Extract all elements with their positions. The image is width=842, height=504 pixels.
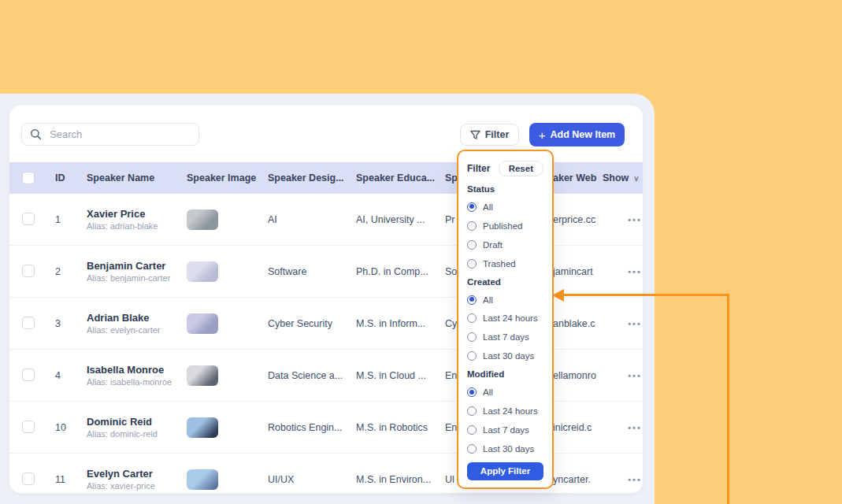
cell-website: inicreid.c xyxy=(553,402,592,453)
header-speaker-web[interactable]: aker Web xyxy=(553,162,596,194)
radio-status-published[interactable]: Published xyxy=(467,217,543,235)
cell-speaker-image xyxy=(187,194,218,245)
radio-created-24h[interactable]: Last 24 hours xyxy=(467,309,543,328)
cell-extra: So xyxy=(445,246,457,297)
reset-button[interactable]: Reset xyxy=(499,161,543,176)
cell-extra: Ul xyxy=(445,454,454,493)
radio-icon xyxy=(467,313,477,323)
annotation-arrow-line-vertical xyxy=(727,294,729,504)
cell-education: M.S. in Robotics xyxy=(356,402,428,453)
radio-modified-30d[interactable]: Last 30 days xyxy=(467,439,543,458)
radio-status-all[interactable]: All xyxy=(467,198,543,217)
speaker-alias: Alias: evelyn-carter xyxy=(87,325,161,335)
header-speaker-extra[interactable]: Sp xyxy=(445,162,458,194)
header-speaker-name[interactable]: Speaker Name xyxy=(87,162,154,194)
header-speaker-designation[interactable]: Speaker Desig... xyxy=(268,162,344,194)
cell-website: anblake.c xyxy=(553,298,595,349)
radio-icon xyxy=(467,425,477,435)
radio-modified-24h[interactable]: Last 24 hours xyxy=(467,402,543,421)
row-checkbox[interactable] xyxy=(22,265,35,277)
radio-label: All xyxy=(483,202,493,212)
radio-label: Last 30 days xyxy=(483,444,534,454)
header-show-label: Show xyxy=(603,172,629,183)
speaker-alias: Alias: adrian-blake xyxy=(87,221,158,231)
radio-icon xyxy=(467,221,477,231)
header-speaker-education[interactable]: Speaker Educa... xyxy=(356,162,435,194)
apply-filter-button[interactable]: Apply Filter xyxy=(467,462,543,480)
cell-designation: AI xyxy=(268,194,277,245)
row-actions-menu[interactable]: ••• xyxy=(618,402,643,453)
radio-created-7d[interactable]: Last 7 days xyxy=(467,328,543,346)
cell-designation: Cyber Security xyxy=(268,298,332,349)
header-id[interactable]: ID xyxy=(55,162,65,194)
filter-button[interactable]: Filter xyxy=(460,124,519,146)
cell-speaker-name: Benjamin Carter Alias: benjamin-carter xyxy=(87,246,170,297)
cell-speaker-name: Adrian Blake Alias: evelyn-carter xyxy=(87,298,161,349)
header-show[interactable]: Show ∨ xyxy=(603,162,640,194)
speaker-thumbnail xyxy=(187,417,218,438)
radio-label: Trashed xyxy=(483,259,516,269)
cell-designation: Data Science a... xyxy=(268,350,343,401)
radio-modified-7d[interactable]: Last 7 days xyxy=(467,421,543,439)
select-all-checkbox[interactable] xyxy=(22,172,35,184)
cell-speaker-name: Isabella Monroe Alias: isabella-monroe xyxy=(87,350,172,401)
chevron-down-icon: ∨ xyxy=(633,174,639,183)
speaker-alias: Alias: xavier-price xyxy=(87,481,155,491)
cell-id: 2 xyxy=(55,246,61,297)
filter-section-created: Created xyxy=(467,273,543,291)
row-checkbox[interactable] xyxy=(22,421,35,433)
row-actions-menu[interactable]: ••• xyxy=(618,454,643,493)
cell-extra: Cy xyxy=(445,298,457,349)
header-speaker-image[interactable]: Speaker Image xyxy=(187,162,256,194)
cell-id: 10 xyxy=(55,402,66,453)
radio-label: Draft xyxy=(483,240,503,250)
radio-status-trashed[interactable]: Trashed xyxy=(467,254,543,273)
annotation-arrow-line-horizontal xyxy=(562,294,729,296)
cell-education: M.S. in Inform... xyxy=(356,298,425,349)
speaker-name: Benjamin Carter xyxy=(87,260,165,272)
search-input[interactable] xyxy=(48,128,191,141)
radio-label: All xyxy=(483,387,493,397)
radio-created-all[interactable]: All xyxy=(467,291,543,309)
radio-status-draft[interactable]: Draft xyxy=(467,235,543,254)
radio-modified-all[interactable]: All xyxy=(467,383,543,402)
speaker-name: Evelyn Carter xyxy=(87,468,153,480)
row-actions-menu[interactable]: ••• xyxy=(618,298,643,349)
radio-icon xyxy=(467,444,477,454)
cell-speaker-image xyxy=(187,246,218,297)
radio-icon xyxy=(467,351,477,361)
speaker-thumbnail xyxy=(187,209,218,230)
radio-label: Last 24 hours xyxy=(483,313,538,323)
cell-speaker-name: Dominic Reid Alias: dominic-reid xyxy=(87,402,158,453)
cell-speaker-image xyxy=(187,402,218,453)
filter-section-modified: Modified xyxy=(467,365,543,383)
speaker-thumbnail xyxy=(187,365,218,386)
row-checkbox[interactable] xyxy=(22,369,35,381)
row-checkbox[interactable] xyxy=(22,472,35,485)
row-checkbox[interactable] xyxy=(22,213,35,225)
cell-education: M.S. in Environ... xyxy=(356,454,431,493)
cell-speaker-name: Xavier Price Alias: adrian-blake xyxy=(87,194,158,245)
search-box[interactable] xyxy=(21,123,199,146)
add-new-item-button[interactable]: + Add New Item xyxy=(529,123,625,146)
filter-funnel-icon xyxy=(470,130,480,140)
radio-label: Last 30 days xyxy=(483,351,534,361)
speaker-name: Dominic Reid xyxy=(87,416,152,428)
add-new-item-label: Add New Item xyxy=(551,129,616,140)
cell-extra: En xyxy=(445,350,457,401)
cell-designation: Robotics Engin... xyxy=(268,402,343,453)
radio-created-30d[interactable]: Last 30 days xyxy=(467,346,543,365)
radio-label: Last 24 hours xyxy=(483,406,538,416)
speaker-name: Isabella Monroe xyxy=(87,364,164,376)
cell-id: 1 xyxy=(55,194,61,245)
cell-id: 11 xyxy=(55,454,65,493)
speaker-name: Xavier Price xyxy=(87,208,145,220)
cell-website: erprice.cc xyxy=(553,194,595,245)
row-actions-menu[interactable]: ••• xyxy=(618,194,643,245)
filter-section-status: Status xyxy=(467,180,543,198)
row-checkbox[interactable] xyxy=(22,317,35,329)
radio-icon xyxy=(467,332,477,342)
radio-icon xyxy=(467,387,477,397)
row-actions-menu[interactable]: ••• xyxy=(618,246,643,297)
row-actions-menu[interactable]: ••• xyxy=(618,350,643,401)
